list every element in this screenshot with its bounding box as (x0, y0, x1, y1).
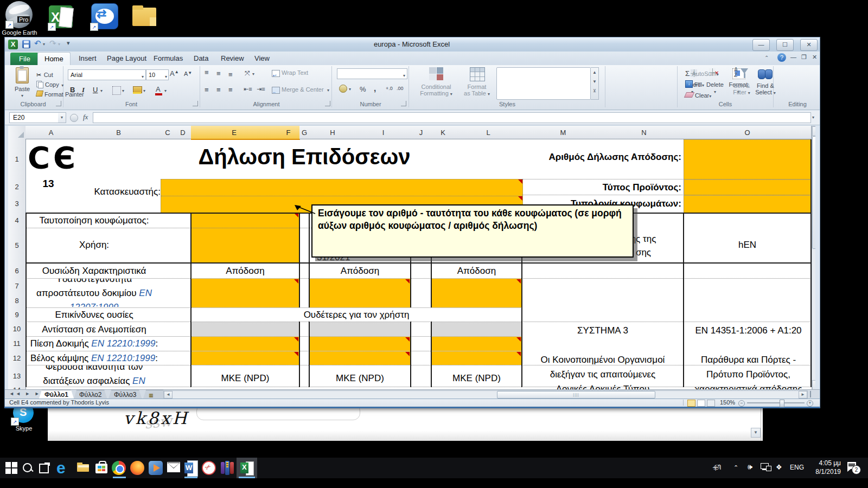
excel-app-icon[interactable]: X (8, 40, 18, 49)
sheet-title[interactable]: Δήλωση Επιδόσεων (161, 145, 448, 169)
cell-deflection-label[interactable]: Βέλος κάμψης EN 12210:1999: (28, 353, 161, 364)
name-box[interactable]: E20 (9, 112, 62, 123)
cell-essential-label[interactable]: Ουσιώδη Χαρακτηριστικά (28, 266, 161, 277)
row-header-9[interactable]: 9 (8, 307, 26, 322)
input-cell-wind-2[interactable] (309, 322, 411, 336)
clipboard-dialog-launcher[interactable] (56, 101, 61, 106)
collapse-ribbon-icon[interactable]: ⌃ (764, 55, 769, 61)
formula-input[interactable] (93, 112, 811, 123)
font-color-button[interactable]: A (156, 85, 161, 93)
taskbar-excel-active-slot[interactable]: X (237, 458, 257, 478)
vertical-scrollbar[interactable]: ▲ ▼ (812, 126, 815, 389)
column-header-k[interactable]: K (431, 126, 455, 139)
orientation-button[interactable]: ⤧ (245, 69, 250, 77)
undo-dropdown-icon[interactable]: ▾ (43, 42, 45, 47)
minimize-button[interactable]: — (752, 39, 770, 51)
desktop-icon-teamviewer[interactable]: ⇄ ↗ (89, 2, 119, 36)
number-format-combo[interactable]: ▾ (337, 68, 407, 79)
decrease-decimal-button[interactable]: .00 (397, 86, 404, 91)
cell-wind-label[interactable]: Αντίσταση σε Ανεμοπίεση (28, 324, 161, 335)
file-explorer-icon[interactable] (77, 463, 90, 472)
cell-performance-2[interactable]: Απόδοση (309, 266, 411, 277)
input-cell-deflection-1[interactable] (191, 351, 299, 365)
media-player-icon[interactable] (149, 461, 163, 475)
workbook-close-icon[interactable]: ✕ (812, 54, 817, 61)
cell-system[interactable]: ΣΥΣΤΗΜΑ 3 (522, 325, 684, 336)
row-header-13[interactable]: 13 (8, 365, 26, 387)
tab-home[interactable]: Home (37, 52, 71, 66)
cell-notified-bodies[interactable]: Οι Κοινοποιημένοι Οργανισμοί διεξήγαν τι… (522, 352, 684, 389)
title-bar[interactable]: X ↶ ▾ ↷ ▾ ▾ europa - Microsoft Excel — ☐… (5, 37, 820, 52)
tray-chevron-icon[interactable]: ⌃ (733, 464, 738, 471)
tray-date[interactable]: 8/1/2019 (805, 468, 841, 476)
view-page-break-button[interactable] (707, 400, 715, 407)
close-button[interactable]: ✕ (800, 39, 818, 51)
input-cell-deflection-3[interactable] (431, 351, 522, 365)
tab-file[interactable]: File (10, 53, 39, 66)
input-cell-pressure-2[interactable] (309, 337, 411, 351)
sheet-nav-buttons[interactable]: ◄◄ ► ► (9, 391, 41, 396)
cell-dop-number-label[interactable]: Αριθμός Δήλωσης Απόδοσης: (522, 152, 681, 163)
wrap-text-button[interactable]: Wrap Text (282, 69, 308, 76)
zoom-level[interactable]: 150% (720, 399, 735, 406)
find-select-button[interactable]: Find & Select ▾ (754, 67, 777, 101)
decrease-indent-button[interactable]: ⇤≡ (244, 86, 252, 93)
view-page-layout-button[interactable] (697, 400, 705, 407)
scroll-down-button[interactable]: ▼ (812, 380, 815, 389)
input-cell-watertight-1[interactable] (191, 279, 299, 307)
align-top-button[interactable]: ≡ (205, 68, 208, 76)
input-cell-wind-3[interactable] (431, 322, 522, 336)
gallery-scroll-strip[interactable]: ▲ ▼ ⊻ (591, 67, 599, 100)
input-cell-dop-number[interactable] (684, 139, 812, 180)
select-all-corner[interactable] (8, 126, 26, 139)
grow-font-button[interactable]: A▲ (170, 69, 179, 78)
firefox-icon[interactable] (130, 461, 144, 475)
cell-hen[interactable]: hEN (684, 240, 811, 251)
underline-button[interactable]: U (93, 86, 98, 94)
word-icon[interactable]: W (184, 460, 197, 476)
horizontal-scroll-thumb[interactable]: |||| (497, 391, 655, 399)
column-header-e[interactable]: E (191, 126, 278, 140)
conditional-formatting-button[interactable]: Conditional Formatting ▾ (415, 67, 457, 101)
input-cell-use[interactable] (191, 228, 299, 263)
column-header-j[interactable]: J (411, 126, 432, 139)
tab-split-handle[interactable] (810, 391, 814, 397)
input-cell-watertight-2[interactable] (309, 279, 411, 307)
input-cell-typology[interactable] (684, 195, 812, 214)
cell-styles-gallery[interactable] (496, 67, 591, 100)
snipping-tool-icon[interactable]: ✂ (202, 461, 216, 475)
vertical-scroll-thumb[interactable] (812, 136, 815, 249)
row-header-2[interactable]: 2 (8, 179, 26, 195)
scroll-right-button[interactable]: ► (799, 391, 807, 399)
people-icon[interactable]: ꔰி (712, 464, 722, 472)
workbook-minimize-icon[interactable]: — (790, 54, 796, 60)
cell-npd-2[interactable]: ΜΚΕ (NPD) (309, 373, 411, 384)
mail-icon[interactable] (167, 463, 180, 472)
row-header-1[interactable]: 1 (8, 139, 26, 179)
align-right-button[interactable]: ≡ (228, 86, 232, 94)
cell-performance-1[interactable]: Απόδοση (191, 266, 299, 277)
task-view-button[interactable] (39, 463, 50, 473)
name-box-dropdown[interactable]: ▾ (58, 112, 66, 123)
cell-watertightness-label[interactable]: Υδατοστεγανότητα απροστάτευτου δοκιμίου … (28, 279, 161, 307)
accounting-dropdown-icon[interactable]: ▾ (349, 87, 351, 92)
formula-bar-expand-icon[interactable]: ▾ (812, 115, 814, 120)
autosum-button[interactable]: Σ AutoSum▾ (685, 68, 719, 78)
desktop-icon-google-earth[interactable]: Pro ↗ Google Earth (4, 0, 35, 38)
scroll-down-button[interactable]: ▼ (751, 428, 761, 438)
cut-button[interactable]: ✂ Cut (36, 69, 53, 79)
save-icon[interactable] (22, 40, 30, 48)
column-header-n[interactable]: N (604, 126, 684, 139)
column-header-a[interactable]: A (25, 126, 77, 139)
align-middle-button[interactable]: ≡ (216, 69, 220, 78)
input-cell-product-type[interactable] (684, 179, 812, 196)
cell-neutral-value[interactable]: Ουδέτερες για τον χρήστη (191, 310, 522, 320)
align-center-button[interactable]: ≡ (216, 86, 220, 94)
percent-style-button[interactable]: % (360, 85, 366, 93)
desktop-icon-excel[interactable]: X ↗ (47, 3, 75, 36)
undo-icon[interactable]: ↶ (34, 38, 41, 48)
merge-center-dropdown-icon[interactable]: ▾ (327, 88, 329, 93)
column-header-m[interactable]: M (522, 126, 605, 139)
cell-bearing-label[interactable]: Φέρουσα ικανότητα των διατάξεων ασφαλεία… (28, 365, 161, 389)
microsoft-store-icon[interactable] (95, 461, 107, 474)
